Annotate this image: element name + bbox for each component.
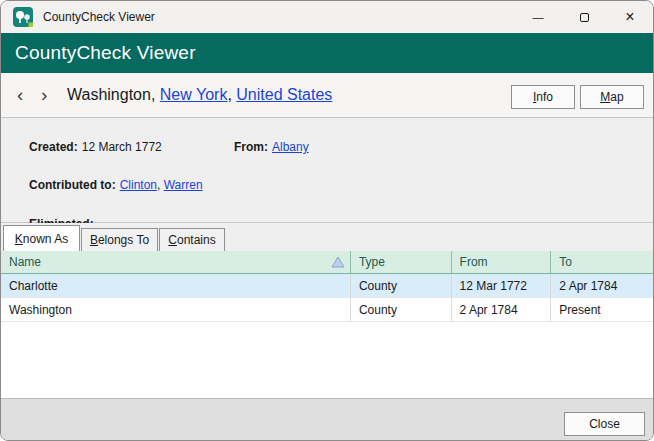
column-header-label: Name <box>9 255 41 269</box>
navigation-bar: ‹ › Washington, New York, United States … <box>1 73 653 118</box>
cell-name[interactable]: Washington <box>1 298 351 322</box>
contributed-line: Contributed to:Clinton, Warren <box>9 164 203 206</box>
tab-contains[interactable]: Contains <box>159 228 225 251</box>
app-window: CountyCheck Viewer — × CountyCheck Viewe… <box>0 0 654 441</box>
place-name: Washington <box>67 86 151 104</box>
window-title: CountyCheck Viewer <box>43 10 515 24</box>
cell-type[interactable]: County <box>351 298 452 322</box>
heading-separator: , <box>227 86 236 104</box>
column-header-label: From <box>460 255 488 269</box>
column-header-label: To <box>559 255 572 269</box>
tab-label: Known As <box>15 232 68 246</box>
titlebar: CountyCheck Viewer — × <box>1 1 653 33</box>
created-line: Created:12 March 1772 <box>9 126 162 168</box>
app-header-title: CountyCheck Viewer <box>15 42 196 64</box>
table-row[interactable]: Charlotte County 12 Mar 1772 2 Apr 1784 <box>1 274 653 298</box>
tab-label: Contains <box>168 233 215 247</box>
back-icon[interactable]: ‹ <box>13 73 27 117</box>
state-link[interactable]: New York <box>160 86 228 104</box>
table-row[interactable]: Washington County 2 Apr 1784 Present <box>1 298 653 322</box>
maximize-icon <box>580 13 589 22</box>
window-controls: — × <box>515 1 653 33</box>
tab-belongs-to[interactable]: Belongs To <box>81 228 158 251</box>
contributed-label: Contributed to: <box>29 178 116 192</box>
details-panel: Created:12 March 1772 From:Albany Contri… <box>1 118 653 223</box>
cell-to[interactable]: 2 Apr 1784 <box>551 274 653 298</box>
cell-from[interactable]: 2 Apr 1784 <box>452 298 552 322</box>
from-link[interactable]: Albany <box>272 140 309 154</box>
country-link[interactable]: United States <box>236 86 332 104</box>
app-header: CountyCheck Viewer <box>1 33 653 73</box>
info-button[interactable]: Info <box>511 85 575 109</box>
column-header-to[interactable]: To <box>551 251 653 273</box>
cell-to[interactable]: Present <box>551 298 653 322</box>
cell-name[interactable]: Charlotte <box>1 274 351 298</box>
column-header-from[interactable]: From <box>452 251 552 273</box>
tab-label: Belongs To <box>90 233 149 247</box>
table-header-row: Name Type From To <box>1 251 653 274</box>
close-icon: × <box>625 8 634 26</box>
column-header-name[interactable]: Name <box>1 251 351 273</box>
column-header-label: Type <box>359 255 385 269</box>
minimize-icon: — <box>533 11 544 23</box>
heading-separator: , <box>151 86 160 104</box>
minimize-button[interactable]: — <box>515 1 561 33</box>
cell-type[interactable]: County <box>351 274 452 298</box>
known-as-table: Name Type From To Charlotte County 12 Ma… <box>1 251 653 398</box>
from-label: From: <box>234 140 268 154</box>
close-button[interactable]: Close <box>564 412 645 436</box>
contributed-link-warren[interactable]: Warren <box>164 178 203 192</box>
contributed-separator: , <box>157 178 164 192</box>
contributed-link-clinton[interactable]: Clinton <box>120 178 157 192</box>
map-button[interactable]: Map <box>580 85 644 109</box>
cell-from[interactable]: 12 Mar 1772 <box>452 274 552 298</box>
app-icon <box>13 7 33 27</box>
tab-bar: Known As Belongs To Contains <box>1 223 653 251</box>
created-value: 12 March 1772 <box>82 140 162 154</box>
from-line: From:Albany <box>214 126 309 168</box>
forward-icon[interactable]: › <box>37 73 51 117</box>
sort-ascending-icon <box>331 255 345 269</box>
close-window-button[interactable]: × <box>607 1 653 33</box>
place-heading: Washington, New York, United States <box>67 73 332 117</box>
column-header-type[interactable]: Type <box>351 251 452 273</box>
footer-bar: Close <box>1 398 653 441</box>
tab-known-as[interactable]: Known As <box>3 225 80 251</box>
maximize-button[interactable] <box>561 1 607 33</box>
created-label: Created: <box>29 140 78 154</box>
